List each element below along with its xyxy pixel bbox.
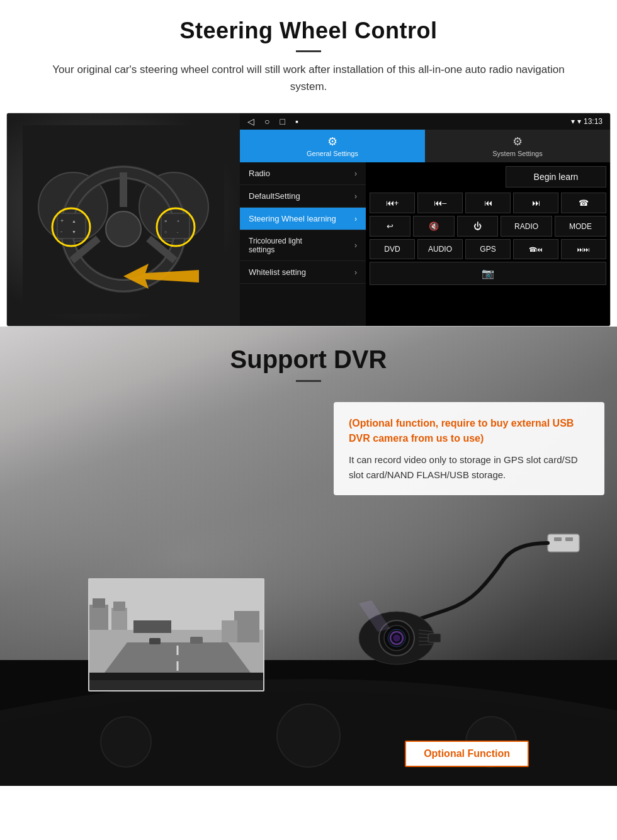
svg-rect-14 — [57, 213, 86, 238]
tab-system-label: System Settings — [492, 150, 542, 157]
menu-whitelist-label: Whitelist setting — [249, 267, 306, 277]
menu-item-default[interactable]: DefaultSetting › — [240, 185, 366, 208]
chevron-icon: › — [354, 192, 357, 201]
ctrl-phone[interactable]: ☎ — [561, 193, 606, 213]
steering-demo-container: 0 40 80 1 2 3 + - ▲ — [6, 113, 611, 327]
steering-header: Steering Wheel Control Your original car… — [0, 0, 617, 101]
begin-learn-row: Begin learn — [370, 166, 606, 188]
svg-rect-42 — [428, 634, 441, 642]
ctrl-mode[interactable]: MODE — [555, 216, 606, 237]
ctrl-vol-down[interactable]: ⏮– — [417, 193, 463, 213]
svg-rect-56 — [222, 620, 237, 642]
ctrl-hangup[interactable]: ↩ — [370, 216, 410, 237]
android-ui-panel: ◁ ○ □ ▪ ▾ ▾ 13:13 ⚙ General Settings — [240, 113, 610, 326]
svg-rect-55 — [234, 611, 259, 642]
svg-rect-48 — [111, 608, 127, 630]
svg-rect-27 — [548, 534, 579, 552]
optional-function-button[interactable]: Optional Function — [405, 741, 529, 767]
svg-rect-54 — [190, 637, 203, 644]
ctrl-row-1: ⏮+ ⏮– ⏮ ⏭ ☎ — [370, 193, 606, 213]
nav-home-icon[interactable]: ○ — [264, 116, 269, 126]
nav-menu-icon[interactable]: ▪ — [295, 116, 298, 126]
svg-text:-: - — [60, 228, 62, 235]
chevron-icon: › — [354, 241, 357, 250]
steering-wheel-svg: 0 40 80 1 2 3 + - ▲ — [23, 125, 224, 314]
menu-default-label: DefaultSetting — [249, 191, 300, 201]
svg-rect-50 — [133, 620, 171, 633]
nav-back-icon[interactable]: ◁ — [247, 116, 254, 126]
svg-point-61 — [277, 704, 340, 767]
chevron-icon: › — [354, 215, 357, 223]
ctrl-power[interactable]: ⏻ — [457, 216, 498, 237]
steering-subtitle: Your original car's steering wheel contr… — [50, 61, 567, 95]
dvr-header: Support DVR — [0, 327, 617, 388]
general-settings-icon: ⚙ — [327, 135, 337, 148]
svg-point-36 — [393, 634, 400, 642]
ctrl-camera[interactable]: 📷 — [370, 262, 606, 285]
svg-line-41 — [419, 644, 433, 645]
begin-learn-button[interactable]: Begin learn — [506, 166, 606, 188]
chevron-icon: › — [354, 169, 357, 178]
dvr-preview-screen — [88, 578, 264, 692]
svg-rect-49 — [113, 602, 125, 611]
ctrl-tel-prev[interactable]: ☎⏮ — [513, 239, 558, 259]
svg-text:○: ○ — [164, 230, 167, 234]
dvr-preview-inner — [89, 580, 263, 690]
ctrl-audio[interactable]: AUDIO — [417, 239, 463, 259]
dvr-desc-text: It can record video only to storage in G… — [349, 452, 589, 483]
tab-system-settings[interactable]: ⚙ System Settings — [425, 130, 610, 162]
menu-radio-label: Radio — [249, 169, 270, 178]
svg-rect-19 — [161, 213, 190, 238]
svg-text:▲: ▲ — [72, 219, 76, 223]
steering-section: Steering Wheel Control Your original car… — [0, 0, 617, 327]
ctrl-mute[interactable]: 🔇 — [413, 216, 454, 237]
menu-steering-label: Steering Wheel learning — [249, 214, 336, 223]
ctrl-prev[interactable]: ⏮ — [465, 193, 511, 213]
time-display: 13:13 — [584, 117, 603, 126]
tab-bar: ⚙ General Settings ⚙ System Settings — [240, 130, 610, 162]
ctrl-radio[interactable]: RADIO — [501, 216, 552, 237]
ctrl-row-4: 📷 — [370, 262, 606, 285]
status-icons: ▾ ▾ 13:13 — [571, 117, 603, 126]
svg-rect-46 — [89, 605, 108, 630]
dvr-section: Support DVR (Optional function, require … — [0, 327, 617, 786]
svg-text:+: + — [60, 218, 64, 224]
menu-item-tricoloured[interactable]: Tricoloured lightsettings › — [240, 230, 366, 261]
dvr-camera-svg — [340, 522, 592, 673]
dvr-preview-svg — [89, 580, 264, 692]
ctrl-next[interactable]: ⏭ — [513, 193, 558, 213]
menu-item-radio[interactable]: Radio › — [240, 162, 366, 185]
svg-rect-53 — [149, 638, 161, 644]
ctrl-vol-up[interactable]: ⏮+ — [370, 193, 415, 213]
svg-point-13 — [106, 211, 141, 247]
svg-rect-28 — [554, 537, 562, 541]
dvr-camera-device — [340, 522, 592, 673]
menu-area: Radio › DefaultSetting › Steering Wheel … — [240, 162, 610, 326]
svg-point-60 — [101, 717, 151, 767]
dvr-title: Support DVR — [25, 345, 592, 374]
tab-general-settings[interactable]: ⚙ General Settings — [240, 130, 425, 162]
system-settings-icon: ⚙ — [512, 135, 523, 148]
menu-item-whitelist[interactable]: Whitelist setting › — [240, 261, 366, 284]
nav-icons: ◁ ○ □ ▪ — [247, 116, 298, 126]
dvr-info-card: (Optional function, require to buy exter… — [334, 402, 604, 495]
status-bar: ◁ ○ □ ▪ ▾ ▾ 13:13 — [240, 113, 610, 130]
menu-item-steering[interactable]: Steering Wheel learning › — [240, 208, 366, 230]
ctrl-gps[interactable]: GPS — [465, 239, 511, 259]
nav-recent-icon[interactable]: □ — [280, 116, 285, 126]
dvr-optional-text: (Optional function, require to buy exter… — [349, 416, 589, 446]
svg-rect-29 — [565, 537, 573, 541]
chevron-icon: › — [354, 268, 357, 277]
svg-text:≡: ≡ — [164, 219, 167, 223]
svg-text:+: + — [177, 219, 179, 223]
ctrl-dvd[interactable]: DVD — [370, 239, 415, 259]
tab-general-label: General Settings — [307, 150, 358, 157]
ctrl-tel-next[interactable]: ⏭⏭ — [561, 239, 606, 259]
steering-wheel-image: 0 40 80 1 2 3 + - ▲ — [7, 113, 240, 326]
wifi-icon: ▾ — [577, 117, 581, 126]
svg-rect-47 — [93, 598, 105, 608]
svg-text:▼: ▼ — [72, 230, 76, 234]
signal-icon: ▾ — [571, 117, 575, 126]
control-grid: Begin learn ⏮+ ⏮– ⏮ ⏭ ☎ ↩ 🔇 ⏻ — [366, 162, 610, 326]
menu-tricoloured-label: Tricoloured lightsettings — [249, 237, 302, 254]
